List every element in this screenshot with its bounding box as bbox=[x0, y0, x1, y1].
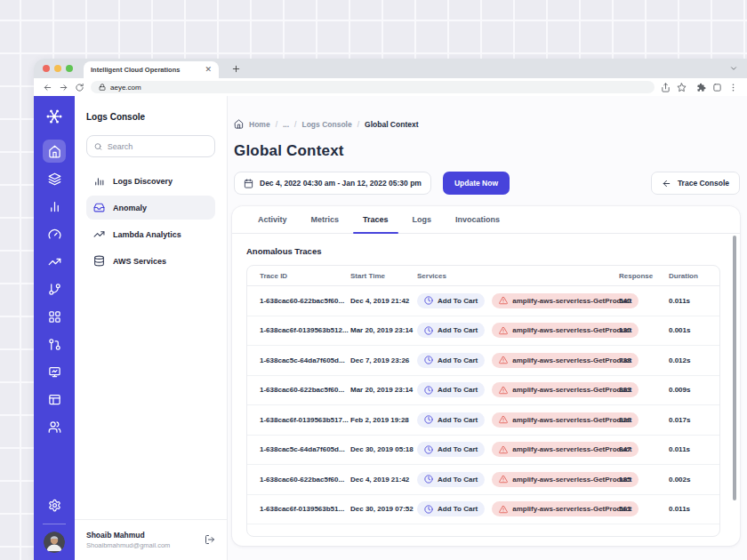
sidebar-item-aws-services[interactable]: AWS Services bbox=[86, 249, 215, 273]
service-alert-badge[interactable]: amplify-aws-serverless-GetProduct bbox=[492, 501, 639, 516]
rail-layout-icon[interactable] bbox=[43, 388, 66, 411]
table-row[interactable]: 1-638cac6f-0139563b51... Dec 30, 2019 07… bbox=[247, 495, 719, 525]
new-tab-icon[interactable] bbox=[231, 64, 241, 74]
service-alert-badge[interactable]: amplify-aws-serverless-GetProduct bbox=[492, 353, 639, 368]
service-alert-badge[interactable]: amplify-aws-serverless-GetProduct bbox=[492, 323, 639, 338]
rail-layers-icon[interactable] bbox=[43, 167, 66, 190]
sidebar-title: Logs Console bbox=[86, 112, 215, 122]
user-name: Shoaib Mahmud bbox=[86, 531, 205, 540]
app-logo-icon[interactable] bbox=[44, 106, 65, 127]
table-row[interactable]: 1-638cac5c-64da7f605d... Dec 30, 2019 05… bbox=[247, 436, 719, 466]
warning-icon bbox=[499, 415, 508, 424]
trace-console-button[interactable]: Trace Console bbox=[651, 172, 740, 195]
table-row[interactable]: 1-638cac60-622bac5f60... Mar 20, 2019 23… bbox=[247, 376, 719, 406]
table-row[interactable]: 1-638cac60-622bac5f60... Dec 4, 2019 21:… bbox=[247, 286, 719, 316]
sidebar-item-logs-discovery[interactable]: Logs Discovery bbox=[86, 169, 215, 193]
breadcrumb-item[interactable]: Logs Console bbox=[301, 120, 351, 129]
forward-icon[interactable] bbox=[59, 83, 68, 92]
service-tag-badge[interactable]: Add To Cart bbox=[417, 382, 485, 397]
search-input[interactable] bbox=[108, 142, 207, 151]
rail-trend-up-icon[interactable] bbox=[43, 250, 66, 273]
minimize-window-button[interactable] bbox=[54, 65, 61, 72]
search-box[interactable] bbox=[86, 135, 215, 157]
service-tag-badge[interactable]: Add To Cart bbox=[417, 412, 485, 428]
extensions-puzzle-icon[interactable] bbox=[696, 83, 706, 92]
table-row[interactable]: 1-638cac6f-0139563b512... Mar 20, 2019 2… bbox=[247, 316, 719, 347]
service-alert-badge[interactable]: amplify-aws-serverless-GetProduct bbox=[492, 472, 639, 487]
tab-invocations[interactable]: Invocations bbox=[455, 206, 500, 233]
trace-id-cell: 1-638cac60-622bac5f60... bbox=[260, 386, 350, 394]
rail-pull-request-icon[interactable] bbox=[43, 332, 66, 356]
service-alert-badge[interactable]: amplify-aws-serverless-GetProduct bbox=[492, 412, 639, 428]
url-text: aeye.com bbox=[110, 84, 141, 92]
maximize-window-button[interactable] bbox=[66, 65, 73, 72]
tab-metrics[interactable]: Metrics bbox=[311, 206, 340, 233]
service-tag-badge[interactable]: Add To Cart bbox=[417, 293, 485, 308]
scrollbar-thumb[interactable] bbox=[733, 236, 736, 500]
start-time-cell: Mar 20, 2019 23:14 bbox=[350, 326, 417, 334]
browser-tab[interactable]: Intelligent Cloud Operations ✕ bbox=[84, 61, 219, 78]
sidebar-item-anomaly[interactable]: Anomaly bbox=[86, 196, 215, 220]
service-tag-badge[interactable]: Add To Cart bbox=[417, 353, 485, 368]
tabs-row: Activity Metrics Traces Logs Invocations bbox=[232, 206, 740, 234]
chevron-down-icon[interactable] bbox=[729, 64, 738, 73]
breadcrumb-separator: / bbox=[294, 120, 296, 129]
start-time-cell: Dec 7, 2019 23:26 bbox=[350, 356, 417, 364]
bar-chart-icon bbox=[93, 175, 105, 187]
tab-logs[interactable]: Logs bbox=[413, 206, 432, 233]
clock-icon bbox=[424, 356, 433, 364]
logout-icon[interactable] bbox=[205, 534, 215, 545]
update-now-button[interactable]: Update Now bbox=[443, 172, 510, 195]
start-time-cell: Dec 4, 2019 21:42 bbox=[350, 297, 417, 305]
reload-icon[interactable] bbox=[75, 83, 84, 92]
service-tag-label: Add To Cart bbox=[438, 416, 478, 424]
tab-traces[interactable]: Traces bbox=[363, 206, 389, 233]
service-tag-badge[interactable]: Add To Cart bbox=[417, 442, 485, 457]
rail-settings-gear-icon[interactable] bbox=[43, 493, 66, 516]
tab-activity[interactable]: Activity bbox=[258, 206, 287, 233]
kebab-menu-icon[interactable] bbox=[728, 83, 738, 92]
clock-icon bbox=[424, 475, 433, 484]
service-alert-badge[interactable]: amplify-aws-serverless-GetProduct bbox=[492, 293, 639, 308]
share-icon[interactable] bbox=[661, 83, 671, 92]
service-alert-badge[interactable]: amplify-aws-serverless-GetProduct bbox=[492, 382, 639, 397]
breadcrumb-item-current: Global Context bbox=[365, 120, 418, 129]
service-tag-badge[interactable]: Add To Cart bbox=[417, 472, 485, 487]
sidebar-item-lambda-analytics[interactable]: Lambda Analytics bbox=[86, 222, 215, 246]
breadcrumb-home-icon[interactable] bbox=[234, 119, 244, 129]
avatar[interactable] bbox=[44, 532, 65, 553]
bookmark-star-icon[interactable] bbox=[677, 83, 687, 92]
rail-home-icon[interactable] bbox=[43, 140, 66, 163]
arrow-left-icon bbox=[662, 179, 671, 188]
service-tag-badge[interactable]: Add To Cart bbox=[417, 501, 485, 516]
start-time-cell: Dec 30, 2019 05:18 bbox=[350, 445, 417, 453]
services-cell: Add To Cart amplify-aws-serverless-GetPr… bbox=[417, 412, 619, 428]
service-alert-badge[interactable]: amplify-aws-serverless-GetProduct bbox=[492, 442, 639, 457]
response-cell: 130 bbox=[619, 326, 669, 334]
duration-cell: 0.012s bbox=[669, 356, 707, 364]
rail-divider bbox=[43, 524, 66, 524]
profile-icon[interactable] bbox=[712, 83, 722, 92]
url-bar[interactable]: aeye.com bbox=[91, 81, 655, 93]
rail-gauge-icon[interactable] bbox=[43, 222, 66, 245]
tab-close-icon[interactable]: ✕ bbox=[205, 66, 212, 74]
window-controls bbox=[43, 65, 73, 72]
breadcrumb-item[interactable]: Home bbox=[249, 120, 270, 129]
rail-git-branch-icon[interactable] bbox=[43, 277, 66, 300]
service-tag-label: Add To Cart bbox=[438, 326, 478, 334]
close-window-button[interactable] bbox=[43, 65, 50, 72]
table-row[interactable]: 1-638cac6f-0139563b517... Feb 2, 2019 19… bbox=[247, 405, 719, 436]
inbox-icon bbox=[93, 202, 105, 213]
service-tag-badge[interactable]: Add To Cart bbox=[417, 323, 485, 338]
rail-bar-chart-icon[interactable] bbox=[43, 195, 66, 218]
traces-table-body: 1-638cac60-622bac5f60... Dec 4, 2019 21:… bbox=[247, 286, 719, 524]
date-range-picker[interactable]: Dec 4, 2022 04:30 am - Jan 12, 2022 05:3… bbox=[234, 172, 431, 195]
breadcrumb-item[interactable]: ... bbox=[283, 120, 289, 129]
rail-grid-icon[interactable] bbox=[43, 305, 66, 328]
rail-users-icon[interactable] bbox=[43, 415, 66, 438]
clock-icon bbox=[424, 505, 433, 514]
back-icon[interactable] bbox=[43, 83, 52, 92]
table-row[interactable]: 1-638cac5c-64da7f605d... Dec 7, 2019 23:… bbox=[247, 346, 719, 376]
table-row[interactable]: 1-638cac60-622bac5f60... Dec 4, 2019 21:… bbox=[247, 465, 719, 495]
rail-monitor-icon[interactable] bbox=[43, 360, 66, 383]
